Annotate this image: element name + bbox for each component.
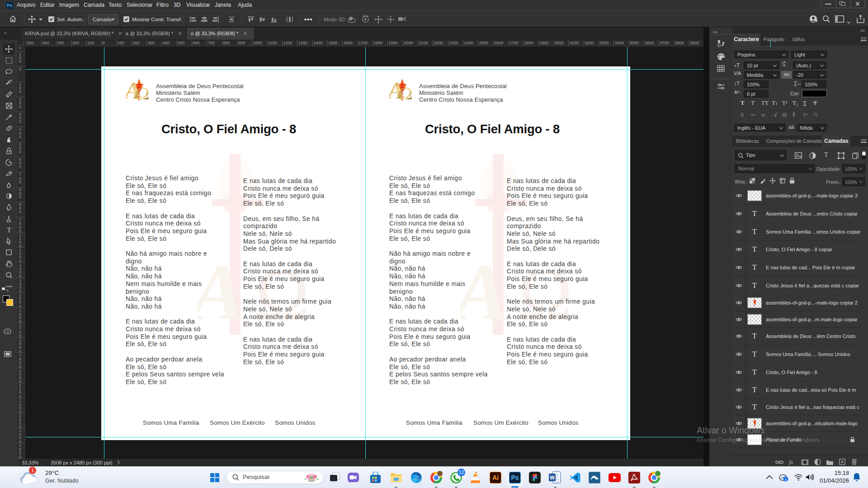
svg-text:W: W	[550, 475, 555, 480]
svg-text:T: T	[7, 226, 11, 233]
